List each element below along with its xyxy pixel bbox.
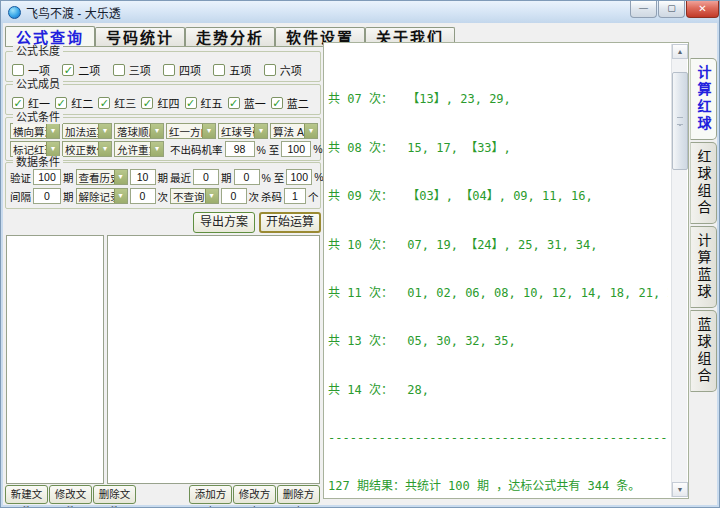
release-input[interactable] <box>130 188 156 204</box>
formula-member-checkbox[interactable]: 蓝一 <box>228 95 271 111</box>
file-listbox[interactable] <box>6 235 104 484</box>
checkbox-icon[interactable] <box>62 64 74 76</box>
pct-from-input[interactable] <box>234 169 260 185</box>
rate-between-label: % 至 <box>257 142 280 157</box>
close-button[interactable]: ✕ <box>686 1 719 18</box>
kill-unit: 个 <box>308 189 319 204</box>
formula-length-checkbox[interactable]: 三项 <box>113 62 163 78</box>
plan-button[interactable]: 修改方案 <box>233 485 276 504</box>
formula-member-checkbox[interactable]: 红二 <box>55 95 98 111</box>
plan-button[interactable]: 添加方案 <box>189 485 232 504</box>
verify-label: 验证 <box>10 170 31 185</box>
condition-dropdown[interactable]: 落球顺序 ▾ <box>114 123 164 139</box>
checkbox-icon[interactable] <box>141 97 153 109</box>
condition-dropdown[interactable]: 横向算法 ▾ <box>10 123 60 139</box>
interval-input[interactable] <box>33 188 61 204</box>
checkbox-icon[interactable] <box>98 97 110 109</box>
formula-member-checkbox[interactable]: 红三 <box>98 95 141 111</box>
side-tab[interactable]: 计算红球 <box>690 58 717 140</box>
minimize-button[interactable]: — <box>630 1 657 18</box>
top-tab[interactable]: 号码统计 <box>95 27 185 47</box>
chevron-down-icon: ▾ <box>114 170 127 184</box>
kill-input[interactable] <box>284 188 306 204</box>
query-unit: 次 <box>249 189 260 204</box>
rate-to-input[interactable] <box>281 141 311 157</box>
start-calculation-button[interactable]: 开始运算 <box>259 212 321 233</box>
side-tab[interactable]: 蓝球组合 <box>690 310 717 392</box>
file-button[interactable]: 修改文件 <box>49 485 92 504</box>
history-dropdown[interactable]: 查看历史 ▾ <box>76 169 128 185</box>
checkbox-icon[interactable] <box>185 97 197 109</box>
file-button[interactable]: 删除文件 <box>93 485 136 504</box>
maximize-button[interactable]: ▢ <box>658 1 685 18</box>
query-dropdown[interactable]: 不查询 ▾ <box>170 188 219 204</box>
formula-member-checkbox[interactable]: 红五 <box>185 95 228 111</box>
checkbox-icon[interactable] <box>228 97 240 109</box>
checkbox-icon[interactable] <box>264 64 276 76</box>
formula-length-checkbox[interactable]: 一项 <box>12 62 62 78</box>
recent-input[interactable] <box>193 169 219 185</box>
interval-label: 间隔 <box>10 189 31 204</box>
app-window: 飞鸟不渡 - 大乐透 — ▢ ✕ 公式查询 号码统计 走势分析 软件设置 关于我… <box>0 0 720 508</box>
title-bar: 飞鸟不渡 - 大乐透 — ▢ ✕ <box>1 1 720 23</box>
export-plan-button[interactable]: 导出方案 <box>193 212 255 233</box>
group-title: 公式长度 <box>13 45 63 58</box>
group-title: 公式条件 <box>13 111 63 124</box>
file-button[interactable]: 新建文件 <box>5 485 48 504</box>
checkbox-icon[interactable] <box>55 97 67 109</box>
top-tab[interactable]: 公式查询 <box>5 26 95 47</box>
results-output[interactable]: 共 07 次： 【13】, 23, 29, 共 08 次： 15, 17, 【3… <box>328 45 668 496</box>
condition-dropdown[interactable]: 加法运算 ▾ <box>62 123 112 139</box>
formula-member-checkbox[interactable]: 红四 <box>141 95 184 111</box>
result-line: 共 09 次： 【03】, 【04】, 09, 11, 16, <box>328 190 668 202</box>
checkbox-icon[interactable] <box>213 64 225 76</box>
chevron-down-icon: ▾ <box>98 142 111 156</box>
result-line: 共 10 次： 07, 19, 【24】, 25, 31, 34, <box>328 239 668 251</box>
checkbox-icon[interactable] <box>12 97 24 109</box>
history-input[interactable] <box>130 169 156 185</box>
window-title: 飞鸟不渡 - 大乐透 <box>26 4 121 21</box>
plan-listbox[interactable] <box>107 235 320 484</box>
data-conditions-group: 数据条件 验证 期 查看历史 ▾ 期 最近 期 % 至 % 间隔 期 解除记录 <box>5 162 321 209</box>
side-tab-bar: 计算红球 红球组合 计算蓝球 蓝球组合 <box>690 58 718 394</box>
condition-dropdown[interactable]: 红球号码 ▾ <box>218 123 268 139</box>
pct-to-input[interactable] <box>286 169 312 185</box>
checkbox-icon[interactable] <box>271 97 283 109</box>
release-dropdown[interactable]: 解除记录 ▾ <box>76 188 128 204</box>
condition-dropdown[interactable]: 算法 A ▾ <box>270 123 318 139</box>
app-icon <box>8 6 21 19</box>
formula-length-checkbox[interactable]: 六项 <box>264 62 314 78</box>
plan-button[interactable]: 删除方案 <box>277 485 320 504</box>
checkbox-icon[interactable] <box>113 64 125 76</box>
result-line: 共 08 次： 15, 17, 【33】, <box>328 142 668 154</box>
condition-dropdown[interactable]: 红一方向 ▾ <box>166 123 216 139</box>
formula-length-checkbox[interactable]: 二项 <box>62 62 112 78</box>
recent-unit: 期 <box>221 170 232 185</box>
formula-member-checkbox[interactable]: 蓝二 <box>271 95 314 111</box>
rate-suffix-label: % <box>313 143 322 155</box>
recent-label: 最近 <box>170 170 191 185</box>
side-tab[interactable]: 红球组合 <box>690 142 717 224</box>
no-show-rate-label: 不出码机率 <box>170 142 223 157</box>
condition-dropdown[interactable]: 标记红球 ▾ <box>10 141 60 157</box>
top-tab[interactable]: 走势分析 <box>185 27 275 47</box>
rate-from-input[interactable] <box>225 141 255 157</box>
scroll-down-icon[interactable]: ▼ <box>672 482 688 497</box>
scrollbar[interactable]: ▲ ▼ <box>671 44 687 497</box>
checkbox-icon[interactable] <box>163 64 175 76</box>
side-tab[interactable]: 计算蓝球 <box>690 226 717 308</box>
formula-member-checkbox[interactable]: 红一 <box>12 95 55 111</box>
formula-length-checkbox[interactable]: 四项 <box>163 62 213 78</box>
checkbox-icon[interactable] <box>12 64 24 76</box>
chevron-down-icon: ▾ <box>205 189 218 203</box>
condition-dropdown[interactable]: 允许重复 ▾ <box>114 141 164 157</box>
chevron-down-icon: ▾ <box>304 124 317 138</box>
condition-dropdown[interactable]: 校正数值 ▾ <box>62 141 112 157</box>
kill-label: 杀码 <box>261 189 282 204</box>
query-count-input[interactable] <box>221 188 247 204</box>
scroll-up-icon[interactable]: ▲ <box>672 44 688 59</box>
group-title: 公式成员 <box>13 78 63 91</box>
scrollbar-thumb[interactable] <box>672 72 688 170</box>
formula-length-checkbox[interactable]: 五项 <box>213 62 263 78</box>
verify-input[interactable] <box>33 169 61 185</box>
